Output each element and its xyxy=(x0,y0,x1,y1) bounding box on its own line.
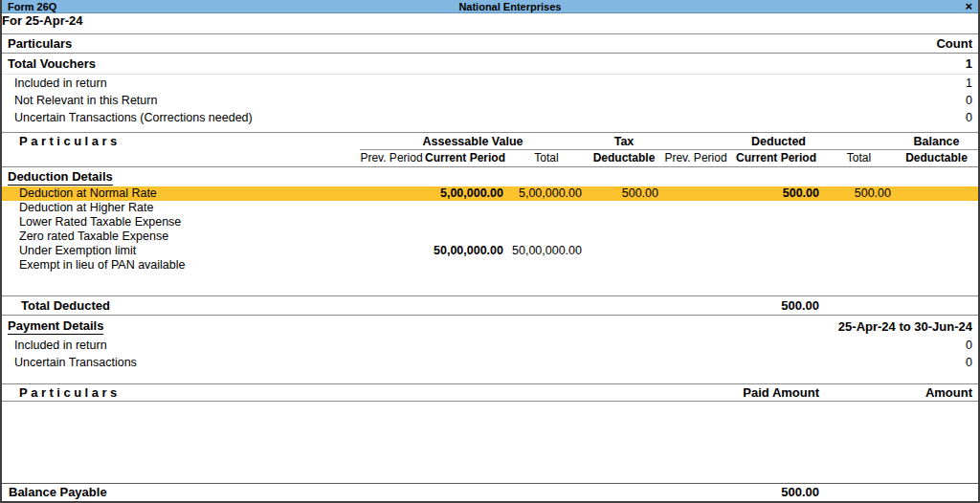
report-period: For 25-Apr-24 xyxy=(2,13,978,34)
payment-row-uncertain[interactable]: Uncertain Transactions 0 xyxy=(2,354,978,371)
cell-ded-prev xyxy=(662,258,729,273)
cell-av-total xyxy=(507,215,586,230)
cell-av-prev xyxy=(360,201,423,215)
row-amount: 0 xyxy=(966,356,972,369)
summary-row-included[interactable]: Included in return 1 xyxy=(2,75,978,92)
cell-tax-deductable xyxy=(586,244,662,258)
tax-group-header: Tax xyxy=(586,133,662,150)
table-row-exempt-pan[interactable]: Exempt in lieu of PAN available xyxy=(2,258,978,273)
row-count: 0 xyxy=(966,111,972,124)
balance-group-header: Balance xyxy=(895,133,978,150)
cell-av-current: 50,00,000.00 xyxy=(423,244,507,258)
total-vouchers-count: 1 xyxy=(966,56,972,71)
row-label: Uncertain Transactions xyxy=(14,356,137,369)
total-deducted-label: Total Deducted xyxy=(2,296,360,315)
blank-space xyxy=(2,402,978,483)
amount-column-header: Amount xyxy=(823,384,978,401)
row-label: Included in return xyxy=(14,77,107,90)
total-deducted-value: 500.00 xyxy=(729,296,823,315)
deduction-details-title-row: Deduction Details xyxy=(2,167,978,186)
cell-av-prev xyxy=(360,186,423,201)
row-label: Lower Rated Taxable Expense xyxy=(2,215,360,230)
payment-details-title: Payment Details xyxy=(8,318,103,335)
cell-balance xyxy=(895,258,978,273)
payment-period-range: 25-Apr-24 to 30-Jun-24 xyxy=(838,319,972,334)
table-row-zero-rated[interactable]: Zero rated Taxable Expense xyxy=(2,230,978,244)
total-deducted-row[interactable]: Total Deducted 500.00 xyxy=(2,295,978,316)
table-row-lower-rated[interactable]: Lower Rated Taxable Expense xyxy=(2,215,978,230)
cell-balance xyxy=(895,215,978,230)
balance-deductable-header: Deductable xyxy=(895,150,978,166)
cell-av-prev xyxy=(360,244,423,258)
deducted-group-header: Deducted xyxy=(662,133,895,150)
cell-balance xyxy=(895,201,978,215)
assessable-current-period-header: Current Period xyxy=(423,150,507,166)
cell-ded-prev xyxy=(662,244,729,258)
cell-ded-total xyxy=(823,215,895,230)
cell-tax-deductable: 500.00 xyxy=(586,186,662,201)
row-label: Uncertain Transactions (Corrections need… xyxy=(14,111,253,124)
tax-deductable-header: Deductable xyxy=(586,150,662,166)
assessable-total-header: Total xyxy=(507,150,586,166)
total-vouchers-row[interactable]: Total Vouchers 1 xyxy=(2,54,978,75)
assessable-prev-period-header: Prev. Period xyxy=(360,150,423,166)
deducted-current-period-header: Current Period xyxy=(729,150,823,166)
balance-payable-row[interactable]: Balance Payable 500.00 xyxy=(2,483,978,501)
row-label: Under Exemption limit xyxy=(2,244,360,258)
cell-av-total: 50,00,000.00 xyxy=(507,244,586,258)
deduction-table-group-header: Particulars Assessable Value Tax Deducte… xyxy=(2,132,978,150)
particulars-column-header: Particulars xyxy=(2,384,729,401)
report-period-label: For 25-Apr-24 xyxy=(2,13,83,28)
cell-av-current xyxy=(423,230,507,244)
blank-space xyxy=(2,273,978,295)
cell-tax-deductable xyxy=(586,230,662,244)
row-count: 1 xyxy=(966,77,972,90)
cell-ded-total: 500.00 xyxy=(823,186,895,201)
company-name: National Enterprises xyxy=(458,0,561,13)
cell-ded-prev xyxy=(662,186,729,201)
cell-av-total: 5,00,000.00 xyxy=(507,186,586,201)
cell-tax-deductable xyxy=(586,201,662,215)
table-row-deduction-normal-rate[interactable]: Deduction at Normal Rate 5,00,000.00 5,0… xyxy=(2,186,978,201)
cell-tax-deductable xyxy=(586,215,662,230)
table-row-under-exemption[interactable]: Under Exemption limit 50,00,000.00 50,00… xyxy=(2,244,978,258)
payment-table-header: Particulars Paid Amount Amount xyxy=(2,383,978,402)
row-count: 0 xyxy=(966,94,972,107)
balance-payable-label: Balance Payable xyxy=(2,484,729,501)
summary-row-not-relevant[interactable]: Not Relevant in this Return 0 xyxy=(2,92,978,109)
particulars-column-header: Particulars xyxy=(2,133,360,150)
cell-av-current: 5,00,000.00 xyxy=(423,186,507,201)
row-label: Included in return xyxy=(14,339,107,352)
deducted-prev-period-header: Prev. Period xyxy=(662,150,729,166)
close-icon[interactable]: × xyxy=(963,1,974,12)
section-gap xyxy=(2,371,978,383)
row-label: Not Relevant in this Return xyxy=(14,94,157,107)
deduction-table-sub-header: Prev. Period Current Period Total Deduct… xyxy=(2,150,978,167)
cell-balance xyxy=(895,244,978,258)
payment-details-title-row: Payment Details 25-Apr-24 to 30-Jun-24 xyxy=(2,316,978,337)
cell-av-total xyxy=(507,230,586,244)
cell-ded-total xyxy=(823,258,895,273)
cell-balance xyxy=(895,230,978,244)
row-label: Deduction at Normal Rate xyxy=(2,186,360,201)
summary-row-uncertain[interactable]: Uncertain Transactions (Corrections need… xyxy=(2,109,978,126)
cell-av-current xyxy=(423,258,507,273)
cell-ded-prev xyxy=(662,201,729,215)
deducted-total-header: Total xyxy=(823,150,895,166)
cell-ded-total xyxy=(823,201,895,215)
cell-av-prev xyxy=(360,258,423,273)
row-label: Zero rated Taxable Expense xyxy=(2,230,360,244)
cell-av-current xyxy=(423,201,507,215)
cell-ded-prev xyxy=(662,230,729,244)
deduction-details-title: Deduction Details xyxy=(8,169,113,186)
cell-ded-current xyxy=(729,244,823,258)
payment-row-included[interactable]: Included in return 0 xyxy=(2,337,978,354)
particulars-header: Particulars xyxy=(8,36,72,51)
cell-av-prev xyxy=(360,230,423,244)
cell-ded-current xyxy=(729,230,823,244)
cell-ded-current xyxy=(729,258,823,273)
table-row-deduction-higher-rate[interactable]: Deduction at Higher Rate xyxy=(2,201,978,215)
cell-av-prev xyxy=(360,215,423,230)
titlebar: Form 26Q National Enterprises × xyxy=(2,0,978,13)
cell-ded-current: 500.00 xyxy=(729,186,823,201)
